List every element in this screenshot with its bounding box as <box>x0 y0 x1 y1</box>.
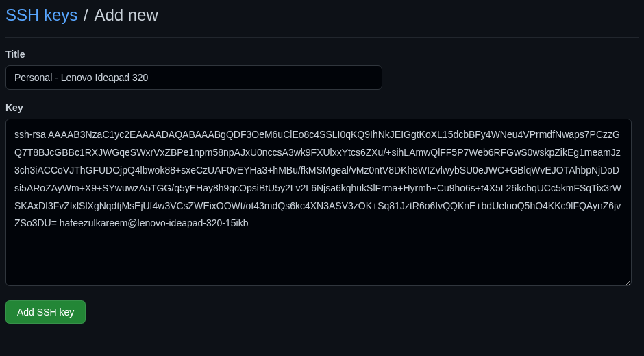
breadcrumb-current: Add new <box>94 5 158 24</box>
divider <box>5 37 639 38</box>
title-form-group: Title <box>5 49 639 90</box>
key-textarea[interactable] <box>5 119 632 286</box>
breadcrumb: SSH keys / Add new <box>5 5 639 25</box>
breadcrumb-separator: / <box>84 5 92 24</box>
title-input[interactable] <box>5 65 382 90</box>
add-ssh-key-button[interactable]: Add SSH key <box>5 300 86 324</box>
breadcrumb-parent-link[interactable]: SSH keys <box>5 5 77 24</box>
title-label: Title <box>5 49 639 60</box>
key-label: Key <box>5 102 639 113</box>
key-form-group: Key <box>5 102 639 288</box>
